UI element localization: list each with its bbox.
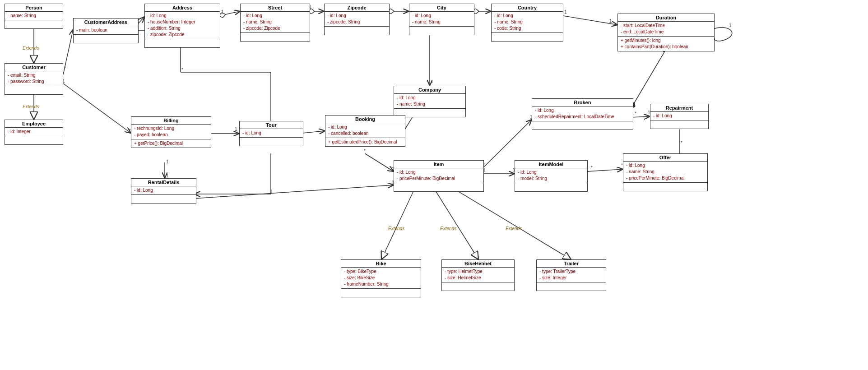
class-zipcode: Zipcode - id: Long - zipcode: String [324,4,390,35]
extends-label-2: Extends [23,104,39,109]
class-country-attrs: - id: Long - name: String - code: String [492,12,563,33]
class-bikehelmet: BikeHelmet - type: HelmetType - size: He… [441,259,515,291]
svg-line-67 [381,187,415,259]
svg-line-45 [302,131,325,133]
class-itemmodel: ItemModel - id: Long - model: String [515,160,588,192]
class-bike-title: Bike [341,260,421,268]
class-person-methods [5,20,63,28]
class-billing-title: Billing [131,117,211,125]
class-tour: Tour - id: Long [239,121,303,146]
svg-text:Extends: Extends [388,226,404,231]
class-trailer-title: Trailer [537,260,606,268]
class-repairment-attrs: - id: Long [650,112,708,120]
class-repairment: Repairment - id: Long [650,104,709,129]
class-trailer-attrs: - type: TrailerType - size: Integer [537,268,606,282]
svg-text:Extends: Extends [506,226,522,231]
svg-text:1: 1 [166,173,169,178]
class-customer: Customer - email: String - password: Str… [5,63,63,95]
class-repairment-title: Repairment [650,104,708,112]
svg-line-7 [63,29,73,74]
svg-text:*: * [64,66,66,71]
class-person: Person - name: String [5,4,63,29]
svg-line-22 [563,16,617,25]
svg-line-46 [365,153,394,171]
class-bike: Bike - type: BikeType - size: BikeSize -… [341,259,421,297]
class-person-title: Person [5,4,63,12]
extends-label-1: Extends [23,46,39,51]
class-tour-attrs: - id: Long [240,129,303,138]
person-attr-1: - name: String [8,13,60,19]
class-company-title: Company [394,86,465,94]
class-broken-title: Broken [532,99,633,106]
class-offer: Offer - id: Long - name: String - priceP… [623,153,708,191]
class-booking: Booking - id: Long - cancelled: boolean … [325,115,405,147]
svg-line-73 [63,83,131,133]
class-itemmodel-attrs: - id: Long - model: String [515,168,587,183]
class-customeraddress-title: CustomerAddress [74,18,138,26]
class-billing-attrs: - rechnungsId: Long - payed: boolean [131,125,211,139]
class-item-title: Item [394,161,483,168]
class-employee-attrs: - id: Integer [5,128,63,136]
class-duration-attrs: - start: LocalDateTime - end: LocalDateT… [618,22,714,37]
class-customeraddress: CustomerAddress - main: boolean [73,18,139,43]
diagram-container: Extends Extends * 1 1..* 1 1 * * 1 1 1 [0,0,868,370]
svg-line-71 [451,187,571,259]
svg-text:1: 1 [166,159,169,164]
class-item-attrs: - id: Long - pricePerMinute: BigDecimal [394,168,483,183]
class-company-attrs: - id: Long - name: String [394,94,465,109]
class-country: Country - id: Long - name: String - code… [491,4,563,42]
employee-attr-1: - id: Integer [8,129,60,135]
class-street-title: Street [241,4,310,12]
svg-line-14 [219,11,240,16]
class-street: Street - id: Long - name: String - zipco… [240,4,310,42]
svg-line-26 [631,50,666,108]
class-customer-title: Customer [5,64,63,71]
class-bikehelmet-title: BikeHelmet [442,260,514,268]
class-bikehelmet-attrs: - type: HelmetType - size: HelmetSize [442,268,514,282]
class-employee: Employee - id: Integer [5,120,63,145]
class-customeraddress-attrs: - main: boolean [74,26,138,35]
svg-line-69 [433,187,478,259]
class-rentaldetails-title: RentalDetails [131,179,196,186]
svg-line-29 [631,116,650,117]
class-billing: Billing - rechnungsId: Long - payed: boo… [131,116,211,148]
svg-text:*: * [364,148,366,153]
svg-line-55 [194,185,394,199]
svg-text:*: * [181,67,183,72]
class-rentaldetails: RentalDetails - id: Long [131,178,196,204]
class-address-title: Address [145,4,220,12]
customer-attr-2: - password: String [8,79,60,85]
class-item: Item - id: Long - pricePerMinute: BigDec… [394,160,484,192]
class-city-attrs: - id: Long - name: String [409,12,474,27]
svg-text:*: * [431,81,433,86]
class-offer-title: Offer [623,154,707,162]
class-street-attrs: - id: Long - name: String - zipcode: Zip… [241,12,310,33]
class-trailer: Trailer - type: TrailerType - size: Inte… [536,259,606,291]
class-booking-attrs: - id: Long - cancelled: boolean [325,123,405,138]
svg-text:1: 1 [270,189,273,194]
class-offer-attrs: - id: Long - name: String - pricePerMinu… [623,162,707,183]
svg-text:*: * [681,140,682,145]
class-itemmodel-title: ItemModel [515,161,587,168]
class-customer-attrs: - email: String - password: String [5,71,63,86]
class-person-attrs: - name: String [5,12,63,20]
svg-text:1: 1 [609,18,612,23]
svg-text:Extends: Extends [440,226,456,231]
svg-line-61 [587,169,623,171]
class-bike-attrs: - type: BikeType - size: BikeSize - fram… [341,268,421,289]
customeraddress-attr-1: - main: boolean [76,27,135,33]
class-country-title: Country [492,4,563,12]
class-duration-title: Duration [618,14,714,22]
class-city: City - id: Long - name: String [409,4,474,35]
customer-attr-1: - email: String [8,72,60,79]
class-booking-title: Booking [325,116,405,123]
class-rentaldetails-attrs: - id: Long [131,186,196,195]
class-address: Address - id: Long - houseNumber: Intege… [144,4,220,48]
class-zipcode-attrs: - id: Long - zipcode: String [325,12,389,27]
class-duration: Duration - start: LocalDateTime - end: L… [617,14,715,51]
svg-text:1: 1 [235,127,237,132]
class-company: Company - id: Long - name: String [394,86,466,117]
svg-text:1: 1 [221,9,224,14]
class-employee-title: Employee [5,120,63,128]
svg-text:1: 1 [564,9,567,14]
